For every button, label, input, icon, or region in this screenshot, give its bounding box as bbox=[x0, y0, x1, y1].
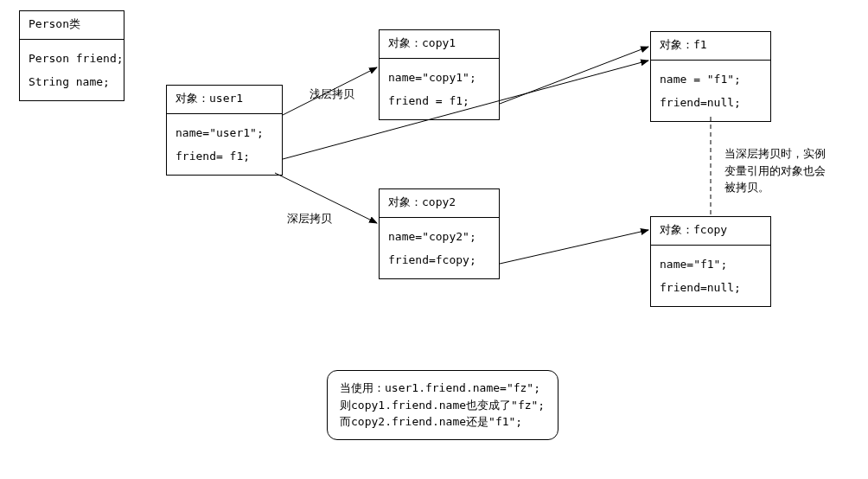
side-note-l2: 变量引用的对象也会 bbox=[724, 163, 826, 180]
fcopy-body: name="f1"; friend=null; bbox=[651, 246, 770, 306]
deep-copy-label: 深层拷贝 bbox=[287, 211, 332, 227]
person-class-body: Person friend; String name; bbox=[20, 40, 124, 100]
copy2-name: name="copy2"; bbox=[388, 225, 490, 248]
side-note-l3: 被拷贝。 bbox=[724, 179, 826, 196]
user1-friend: friend= f1; bbox=[176, 144, 273, 168]
person-class-title: Person类 bbox=[20, 11, 124, 40]
f1-title: 对象：f1 bbox=[651, 32, 770, 61]
person-field-friend: Person friend; bbox=[29, 47, 115, 70]
deep-copy-note: 当深层拷贝时，实例 变量引用的对象也会 被拷贝。 bbox=[724, 145, 826, 196]
fcopy-name: name="f1"; bbox=[660, 252, 762, 276]
fcopy-box: 对象：fcopy name="f1"; friend=null; bbox=[650, 216, 771, 307]
note-l2: 则copy1.friend.name也变成了"fz"; bbox=[340, 397, 546, 414]
copy1-friend: friend = f1; bbox=[388, 89, 490, 112]
f1-box: 对象：f1 name = "f1"; friend=null; bbox=[650, 31, 771, 122]
side-note-l1: 当深层拷贝时，实例 bbox=[724, 145, 826, 163]
arrow-copy2-fcopy bbox=[500, 230, 648, 264]
arrow-copy1-f1 bbox=[500, 47, 648, 104]
user1-body: name="user1"; friend= f1; bbox=[167, 114, 282, 175]
copy1-title: 对象：copy1 bbox=[380, 30, 499, 59]
note-l1: 当使用：user1.friend.name="fz"; bbox=[340, 380, 546, 397]
user1-name: name="user1"; bbox=[176, 121, 273, 144]
f1-body: name = "f1"; friend=null; bbox=[651, 61, 770, 121]
fcopy-friend: friend=null; bbox=[660, 276, 762, 299]
user1-box: 对象：user1 name="user1"; friend= f1; bbox=[166, 85, 283, 176]
copy2-body: name="copy2"; friend=fcopy; bbox=[380, 218, 499, 278]
copy2-box: 对象：copy2 name="copy2"; friend=fcopy; bbox=[379, 188, 500, 279]
copy1-name: name="copy1"; bbox=[388, 66, 490, 89]
person-class-box: Person类 Person friend; String name; bbox=[19, 10, 124, 101]
fcopy-title: 对象：fcopy bbox=[651, 217, 770, 246]
usage-note: 当使用：user1.friend.name="fz"; 则copy1.frien… bbox=[327, 370, 558, 440]
copy1-body: name="copy1"; friend = f1; bbox=[380, 59, 499, 119]
copy2-title: 对象：copy2 bbox=[380, 189, 499, 218]
shallow-copy-label: 浅层拷贝 bbox=[310, 86, 354, 102]
note-l3: 而copy2.friend.name还是"f1"; bbox=[340, 413, 546, 431]
person-field-name: String name; bbox=[29, 70, 115, 93]
copy2-friend: friend=fcopy; bbox=[388, 248, 490, 271]
f1-friend: friend=null; bbox=[660, 91, 762, 114]
copy1-box: 对象：copy1 name="copy1"; friend = f1; bbox=[379, 29, 500, 120]
user1-title: 对象：user1 bbox=[167, 86, 282, 114]
f1-name: name = "f1"; bbox=[660, 67, 762, 91]
